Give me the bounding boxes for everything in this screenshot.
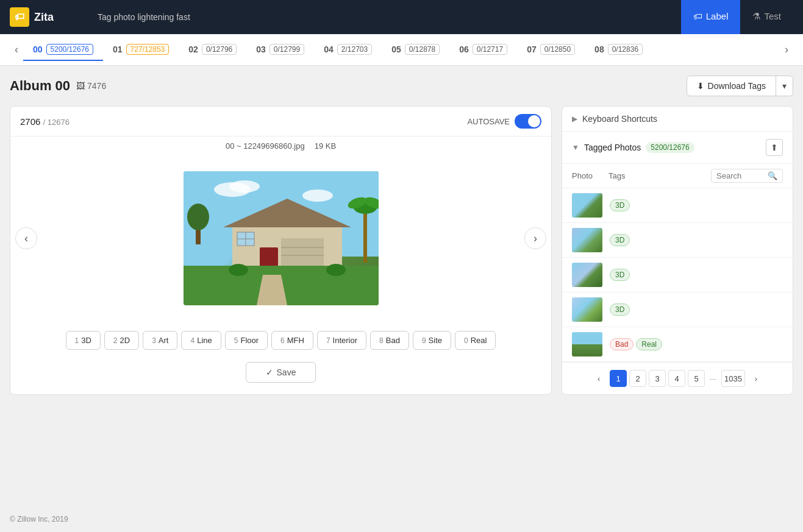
autosave-toggle[interactable]: [515, 114, 541, 129]
page-btn-5[interactable]: 5: [688, 370, 705, 387]
tag-pill-3d: 3D: [610, 234, 630, 246]
search-input-wrapper: 🔍: [711, 169, 783, 183]
tab-num-05: 05: [391, 44, 401, 54]
tag-btn-bad[interactable]: 8 Bad: [370, 331, 409, 350]
shortcuts-chevron-icon: ▶: [572, 115, 577, 123]
download-btn-dropdown[interactable]: ▾: [776, 76, 793, 96]
right-panel: ▶ Keyboard Shortcuts ▼ Tagged Photos 520…: [562, 106, 793, 395]
page-next-btn[interactable]: ›: [748, 370, 765, 387]
upload-icon: ⬆: [771, 143, 778, 152]
photo-display: [184, 171, 379, 305]
nav-tab-test[interactable]: ⚗ Test: [740, 0, 793, 34]
tag-btn-line[interactable]: 4 Line: [181, 331, 221, 350]
tag-btn-real[interactable]: 0 Real: [455, 331, 496, 350]
album-tab-05[interactable]: 05 0/12878: [382, 39, 449, 61]
tag-btn-art[interactable]: 3 Art: [143, 331, 177, 350]
tag-pill-bad: Bad: [610, 338, 633, 350]
brand: 🏷 Zita: [10, 7, 83, 27]
album-header: Album 00 🖼 7476 ⬇ Download Tags ▾: [10, 76, 793, 96]
tag-key-mfh: 6: [280, 336, 285, 345]
page-ellipsis: ···: [707, 374, 719, 383]
album-tab-01[interactable]: 01 727/12853: [103, 39, 179, 61]
list-item: 3D: [562, 293, 793, 327]
photo-thumb-1: [572, 193, 602, 218]
left-panel: 2706 / 12676 AUTOSAVE 00 ~ 12249696860.j…: [10, 106, 552, 395]
tag-key-interior: 7: [326, 336, 330, 345]
tag-pill-real: Real: [636, 338, 662, 350]
tag-label-3d: 3D: [81, 336, 91, 345]
thumb-img-3: [572, 263, 602, 287]
item-tags-2: 3D: [610, 234, 630, 246]
copyright-text: © Zillow Inc, 2019: [10, 515, 68, 523]
tag-btn-interior[interactable]: 7 Interior: [317, 331, 366, 350]
search-input[interactable]: [716, 171, 765, 180]
list-item: 3D: [562, 258, 793, 293]
svg-point-17: [229, 264, 248, 276]
tagged-chevron-icon: ▼: [572, 143, 579, 152]
page-btn-4[interactable]: 4: [668, 370, 685, 387]
current-photo-num: 2706: [20, 116, 40, 127]
list-item: Bad Real: [562, 327, 793, 362]
photo-next-btn[interactable]: ›: [524, 227, 546, 249]
tab-count-00: 5200/12676: [46, 44, 93, 55]
autosave-label: AUTOSAVE: [467, 117, 510, 126]
tagged-list: 3D 3D 3D: [562, 188, 793, 362]
album-tab-04[interactable]: 04 2/12703: [314, 39, 382, 61]
two-col-layout: 2706 / 12676 AUTOSAVE 00 ~ 12249696860.j…: [10, 106, 793, 395]
tab-count-04: 2/12703: [337, 44, 372, 55]
album-tab-next-btn[interactable]: ›: [780, 43, 793, 56]
album-tabs-row: ‹ 00 5200/12676 01 727/12853 02 0/12796 …: [0, 34, 803, 66]
tag-key-bad: 8: [379, 336, 384, 345]
page-prev-btn[interactable]: ‹: [590, 370, 607, 387]
album-tab-08[interactable]: 08 0/12836: [585, 39, 652, 61]
svg-point-2: [229, 180, 260, 193]
photo-prev-btn[interactable]: ‹: [15, 227, 37, 249]
tag-pill-3d: 3D: [610, 199, 630, 211]
photo-counter: 2706 / 12676: [20, 116, 70, 127]
album-tab-06[interactable]: 06 0/12717: [449, 39, 517, 61]
tag-key-real: 0: [464, 336, 468, 345]
house-image: [184, 171, 379, 305]
thumb-img-2: [572, 228, 602, 252]
upload-tagged-btn[interactable]: ⬆: [766, 139, 783, 156]
photo-viewer: ‹: [10, 153, 551, 324]
tagged-count-badge: 5200/12676: [646, 142, 694, 153]
label-icon: 🏷: [693, 11, 702, 21]
album-tab-03[interactable]: 03 0/12799: [246, 39, 314, 61]
tab-num-01: 01: [113, 44, 123, 54]
tag-btn-2d[interactable]: 2 2D: [104, 331, 139, 350]
tag-key-line: 4: [190, 336, 195, 345]
photo-filename: 00 ~ 12249696860.jpg: [226, 141, 305, 151]
album-tab-02[interactable]: 02 0/12796: [179, 39, 246, 61]
search-icon: 🔍: [768, 171, 777, 180]
save-label: Save: [277, 367, 296, 377]
tag-label-2d: 2D: [120, 336, 130, 345]
download-tags-button[interactable]: ⬇ Download Tags ▾: [687, 76, 793, 96]
tag-key-2d: 2: [113, 336, 118, 345]
album-tab-prev-btn[interactable]: ‹: [10, 43, 23, 56]
thumb-img-5: [572, 332, 602, 356]
brand-icon: 🏷: [10, 7, 29, 27]
tag-label-art: Art: [159, 336, 169, 345]
photo-icon: 🖼: [76, 81, 85, 91]
svg-point-18: [326, 264, 346, 276]
tag-btn-floor[interactable]: 5 Floor: [225, 331, 268, 350]
nav-tab-label[interactable]: 🏷 Label: [681, 0, 741, 34]
main-content: Album 00 🖼 7476 ⬇ Download Tags ▾ 2706 /…: [0, 66, 803, 508]
top-nav: 🏷 Zita Tag photo lightening fast 🏷 Label…: [0, 0, 803, 34]
album-tab-00[interactable]: 00 5200/12676: [23, 39, 103, 61]
download-btn-main[interactable]: ⬇ Download Tags: [687, 76, 776, 96]
tag-btn-3d[interactable]: 1 3D: [66, 331, 101, 350]
tag-btn-mfh[interactable]: 6 MFH: [271, 331, 313, 350]
page-btn-3[interactable]: 3: [649, 370, 666, 387]
page-btn-2[interactable]: 2: [629, 370, 646, 387]
tag-btn-site[interactable]: 9 Site: [413, 331, 451, 350]
album-tabs: 00 5200/12676 01 727/12853 02 0/12796 03…: [23, 39, 780, 61]
page-btn-1[interactable]: 1: [610, 370, 627, 387]
save-button[interactable]: ✓ Save: [246, 362, 316, 383]
page-btn-last[interactable]: 1035: [721, 370, 745, 387]
album-tab-07[interactable]: 07 0/12850: [517, 39, 585, 61]
album-count: 🖼 7476: [76, 81, 106, 91]
album-photo-count: 7476: [87, 81, 106, 91]
keyboard-shortcuts-row[interactable]: ▶ Keyboard Shortcuts: [562, 107, 793, 132]
